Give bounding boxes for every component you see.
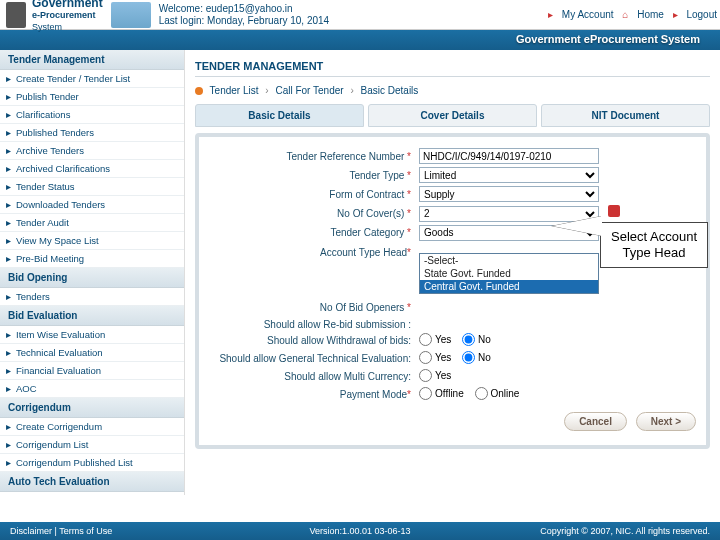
chevron-right-icon: ▸: [6, 217, 16, 228]
chevron-right-icon: ▸: [6, 347, 16, 358]
ribbon-title: Government eProcurement System: [0, 30, 720, 50]
chevron-right-icon: ▸: [6, 199, 16, 210]
chevron-right-icon: ▸: [6, 235, 16, 246]
lock-icon: [608, 205, 620, 217]
chevron-right-icon: ▸: [6, 439, 16, 450]
sidebar-item[interactable]: ▸Archive Tenders: [0, 142, 184, 160]
sidebar-item[interactable]: ▸AOC: [0, 380, 184, 398]
header-links: ▸ My Account ⌂ Home ▸ Logout: [545, 9, 720, 20]
breadcrumb-item[interactable]: Tender List: [210, 85, 259, 96]
logout-link[interactable]: Logout: [686, 9, 717, 20]
chevron-right-icon: ▸: [6, 421, 16, 432]
emblem-icon: [6, 2, 26, 28]
payment-offline-radio[interactable]: Offline: [419, 387, 464, 400]
brand-title: Government e-Procurement System: [32, 0, 103, 33]
callout-annotation: Select Account Type Head: [600, 222, 708, 268]
sidebar-item[interactable]: ▸Technical Evaluation: [0, 344, 184, 362]
sidebar-group-header: Corrigendum: [0, 398, 184, 418]
footer-left[interactable]: Disclaimer | Terms of Use: [10, 526, 112, 536]
sidebar-item[interactable]: ▸Downloaded Tenders: [0, 196, 184, 214]
sidebar-item[interactable]: ▸QCBS Template: [0, 492, 184, 495]
home-link[interactable]: Home: [637, 9, 664, 20]
caret-icon: ▸: [548, 9, 553, 20]
chevron-right-icon: ▸: [6, 127, 16, 138]
next-button[interactable]: Next >: [636, 412, 696, 431]
sidebar-item[interactable]: ▸Clarifications: [0, 106, 184, 124]
withdraw-no-radio[interactable]: No: [462, 333, 491, 346]
breadcrumb-item[interactable]: Call For Tender: [275, 85, 343, 96]
main-panel: TENDER MANAGEMENT Tender List › Call For…: [185, 50, 720, 495]
footer-copyright: Copyright © 2007, NIC. All rights reserv…: [540, 526, 710, 536]
chevron-right-icon: ▸: [6, 291, 16, 302]
chevron-right-icon: ▸: [6, 181, 16, 192]
withdraw-yes-radio[interactable]: Yes: [419, 333, 451, 346]
chevron-right-icon: ▸: [6, 91, 16, 102]
sidebar-item[interactable]: ▸Publish Tender: [0, 88, 184, 106]
multicur-yes-radio[interactable]: Yes: [419, 369, 451, 382]
chevron-right-icon: ▸: [6, 145, 16, 156]
sidebar-item[interactable]: ▸Create Corrigendum: [0, 418, 184, 436]
sidebar-item[interactable]: ▸Tenders: [0, 288, 184, 306]
my-account-link[interactable]: My Account: [562, 9, 614, 20]
geneval-yes-radio[interactable]: Yes: [419, 351, 451, 364]
sidebar-item[interactable]: ▸Create Tender / Tender List: [0, 70, 184, 88]
logout-icon: ▸: [673, 9, 678, 20]
sidebar-item[interactable]: ▸Corrigendum List: [0, 436, 184, 454]
sidebar-item[interactable]: ▸Item Wise Evaluation: [0, 326, 184, 344]
payment-online-radio[interactable]: Online: [475, 387, 520, 400]
sidebar-item[interactable]: ▸Financial Evaluation: [0, 362, 184, 380]
chevron-right-icon: ▸: [6, 383, 16, 394]
chevron-right-icon: ▸: [6, 329, 16, 340]
breadcrumb-dot-icon: [195, 87, 203, 95]
map-icon: [111, 2, 151, 28]
sidebar-item[interactable]: ▸Pre-Bid Meeting: [0, 250, 184, 268]
footer-bar: Disclaimer | Terms of Use Version:1.00.0…: [0, 522, 720, 540]
sidebar-group-header: Tender Management: [0, 50, 184, 70]
chevron-right-icon: ▸: [6, 73, 16, 84]
dropdown-option[interactable]: -Select-: [420, 254, 598, 267]
chevron-right-icon: ▸: [6, 253, 16, 264]
cancel-button[interactable]: Cancel: [564, 412, 627, 431]
dropdown-option[interactable]: State Govt. Funded: [420, 267, 598, 280]
breadcrumb: Tender List › Call For Tender › Basic De…: [195, 85, 710, 96]
chevron-right-icon: ▸: [6, 365, 16, 376]
tender-ref-input[interactable]: [419, 148, 599, 164]
account-type-head-select[interactable]: -Select- State Govt. Funded Central Govt…: [419, 253, 599, 294]
sidebar: Tender Management▸Create Tender / Tender…: [0, 50, 185, 495]
chevron-right-icon: ▸: [6, 109, 16, 120]
tender-type-select[interactable]: Limited: [419, 167, 599, 183]
form-area: Tender Reference Number * Tender Type * …: [195, 133, 710, 449]
tab-cover-details[interactable]: Cover Details: [368, 104, 537, 127]
user-info: Welcome: eudep15@yahoo.in Last login: Mo…: [159, 3, 545, 27]
dropdown-option[interactable]: Central Govt. Funded: [420, 280, 598, 293]
footer-version: Version:1.00.01 03-06-13: [309, 526, 410, 536]
sidebar-group-header: Auto Tech Evaluation: [0, 472, 184, 492]
home-icon: ⌂: [622, 9, 628, 20]
sidebar-item[interactable]: ▸Tender Audit: [0, 214, 184, 232]
sidebar-item[interactable]: ▸Published Tenders: [0, 124, 184, 142]
sidebar-item[interactable]: ▸Corrigendum Published List: [0, 454, 184, 472]
breadcrumb-item: Basic Details: [361, 85, 419, 96]
tab-nit-document[interactable]: NIT Document: [541, 104, 710, 127]
tab-bar: Basic Details Cover Details NIT Document: [195, 104, 710, 127]
sidebar-item[interactable]: ▸Archived Clarifications: [0, 160, 184, 178]
chevron-right-icon: ▸: [6, 457, 16, 468]
sidebar-group-header: Bid Evaluation: [0, 306, 184, 326]
sidebar-item[interactable]: ▸View My Space List: [0, 232, 184, 250]
tab-basic-details[interactable]: Basic Details: [195, 104, 364, 127]
section-title: TENDER MANAGEMENT: [195, 56, 710, 77]
sidebar-item[interactable]: ▸Tender Status: [0, 178, 184, 196]
geneval-no-radio[interactable]: No: [462, 351, 491, 364]
chevron-right-icon: ▸: [6, 163, 16, 174]
sidebar-group-header: Bid Opening: [0, 268, 184, 288]
app-header: Government e-Procurement System Welcome:…: [0, 0, 720, 30]
form-of-contract-select[interactable]: Supply: [419, 186, 599, 202]
